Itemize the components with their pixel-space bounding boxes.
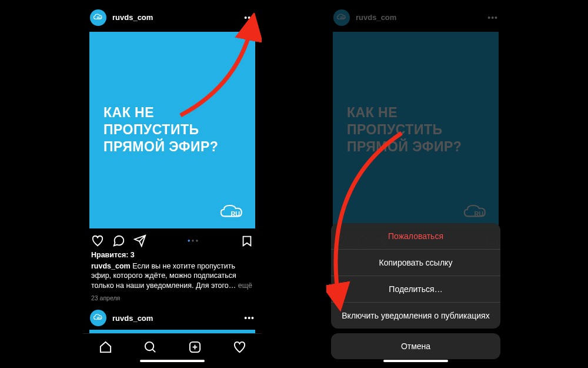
ru-logo-icon: RU (220, 203, 245, 220)
home-icon[interactable] (99, 340, 112, 354)
svg-text:RU: RU (475, 210, 484, 217)
activity-heart-icon[interactable] (233, 340, 246, 354)
svg-text:RU: RU (340, 16, 345, 19)
avatar[interactable]: RU (90, 310, 106, 326)
svg-text:RU: RU (97, 317, 101, 320)
post-image-dimmed: КАК НЕ ПРОПУСТИТЬ ПРЯМОЙ ЭФИР? RU (333, 32, 499, 228)
share-icon[interactable] (133, 234, 146, 247)
cloud-ru-icon: RU (93, 313, 103, 323)
new-post-icon[interactable] (188, 340, 202, 354)
username-label[interactable]: ruvds_com (112, 314, 238, 323)
more-options-button: ••• (487, 13, 498, 22)
avatar[interactable]: RU (90, 9, 106, 26)
svg-point-4 (145, 342, 153, 350)
post-header: RU ruvds_com ••• (326, 5, 505, 32)
svg-text:RU: RU (231, 210, 240, 217)
ru-logo-icon: RU (463, 203, 488, 220)
action-bar: ●●● (83, 228, 262, 251)
cloud-ru-icon: RU (336, 12, 347, 23)
like-icon[interactable] (91, 234, 104, 247)
caption-more[interactable]: ещё (238, 281, 252, 290)
enable-notifications-button[interactable]: Включить уведомления о публикациях (331, 303, 500, 329)
next-post-header: RU ruvds_com ••• (83, 306, 262, 330)
home-indicator (140, 360, 205, 362)
avatar: RU (333, 9, 350, 26)
likes-count[interactable]: Нравится: 3 (83, 251, 262, 261)
post-image[interactable]: КАК НЕ ПРОПУСТИТЬ ПРЯМОЙ ЭФИР? RU (89, 32, 255, 228)
comment-icon[interactable] (112, 234, 125, 247)
more-options-button[interactable]: ••• (244, 313, 255, 323)
more-options-button[interactable]: ••• (244, 13, 255, 22)
caption-username[interactable]: ruvds_com (91, 262, 131, 270)
carousel-dots: ●●● (188, 238, 200, 243)
svg-line-5 (152, 349, 155, 352)
action-sheet-options: Пожаловаться Копировать ссылку Поделитьс… (331, 223, 500, 329)
post-date: 23 апреля (83, 293, 262, 306)
username-label[interactable]: ruvds_com (112, 13, 238, 22)
svg-text:RU: RU (97, 16, 101, 19)
report-button[interactable]: Пожаловаться (331, 223, 500, 250)
share-button[interactable]: Поделиться… (331, 276, 500, 303)
username-label: ruvds_com (356, 13, 482, 22)
phone-left: RU ruvds_com ••• КАК НЕ ПРОПУСТИТЬ ПРЯМО… (83, 5, 262, 364)
cancel-button[interactable]: Отмена (331, 333, 500, 359)
post-caption: ruvds_com Если вы не хотите пропустить э… (83, 261, 262, 294)
bookmark-icon[interactable] (240, 234, 253, 247)
action-sheet: Пожаловаться Копировать ссылку Поделитьс… (331, 223, 500, 359)
post-header: RU ruvds_com ••• (83, 5, 262, 32)
home-indicator (383, 360, 448, 362)
copy-link-button[interactable]: Копировать ссылку (331, 250, 500, 276)
post-title: КАК НЕ ПРОПУСТИТЬ ПРЯМОЙ ЭФИР? (347, 104, 485, 155)
search-icon[interactable] (143, 340, 157, 354)
cloud-ru-icon: RU (93, 12, 103, 23)
post-title: КАК НЕ ПРОПУСТИТЬ ПРЯМОЙ ЭФИР? (103, 104, 241, 155)
phone-right: RU ruvds_com ••• КАК НЕ ПРОПУСТИТЬ ПРЯМО… (326, 5, 505, 364)
bottom-nav (83, 333, 262, 364)
